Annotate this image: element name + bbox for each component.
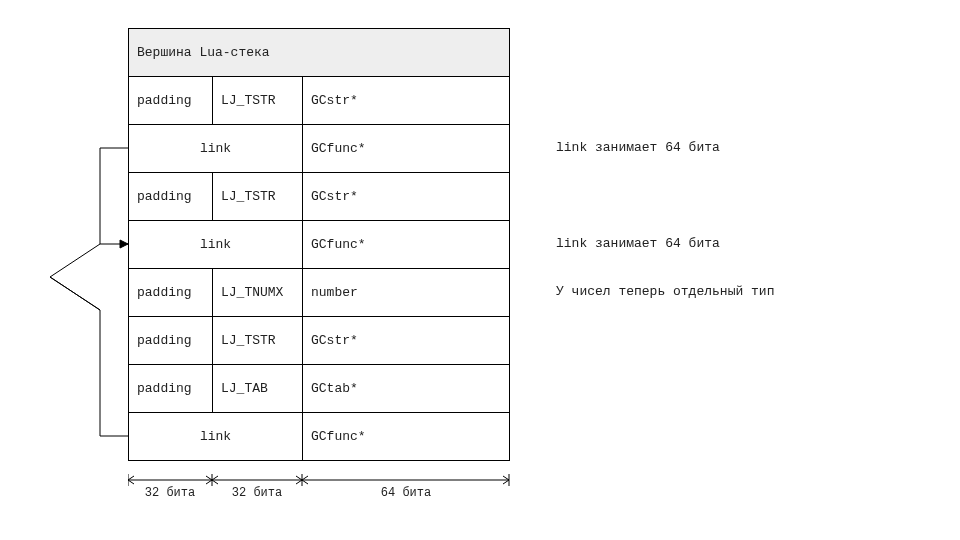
stack-table: Вершина Lua-стека padding LJ_TSTR GCstr*…: [128, 28, 510, 461]
cell-col2: LJ_TAB: [213, 365, 303, 412]
cell-col1: padding: [129, 317, 213, 364]
cell-link: link: [129, 413, 303, 460]
cell-col2: LJ_TNUMX: [213, 269, 303, 316]
table-row: padding LJ_TSTR GCstr*: [129, 77, 509, 125]
table-header: Вершина Lua-стека: [129, 29, 509, 76]
ruler-label-col2: 32 бита: [232, 486, 282, 500]
table-row: link GCfunc*: [129, 413, 509, 461]
table-row: link GCfunc*: [129, 125, 509, 173]
cell-col1: padding: [129, 173, 213, 220]
cell-col3: GCstr*: [303, 77, 509, 124]
cell-col3: number: [303, 269, 509, 316]
table-row: link GCfunc*: [129, 221, 509, 269]
cell-col1: padding: [129, 77, 213, 124]
cell-col3: GCfunc*: [303, 221, 509, 268]
cell-link: link: [129, 221, 303, 268]
column-width-ruler: 32 бита 32 бита 64 бита: [128, 472, 510, 508]
diagram-stage: Вершина Lua-стека padding LJ_TSTR GCstr*…: [0, 0, 960, 540]
cell-col3: GCtab*: [303, 365, 509, 412]
cell-col3: GCstr*: [303, 173, 509, 220]
cell-col2: LJ_TSTR: [213, 173, 303, 220]
table-header-row: Вершина Lua-стека: [129, 29, 509, 77]
cell-col3: GCfunc*: [303, 413, 509, 460]
row-annotation: link занимает 64 бита: [556, 236, 720, 251]
svg-marker-0: [120, 240, 128, 248]
ruler-label-col3: 64 бита: [381, 486, 431, 500]
cell-col3: GCfunc*: [303, 125, 509, 172]
cell-col2: LJ_TSTR: [213, 317, 303, 364]
cell-col2: LJ_TSTR: [213, 77, 303, 124]
table-row: padding LJ_TNUMX number: [129, 269, 509, 317]
row-annotation: link занимает 64 бита: [556, 140, 720, 155]
table-row: padding LJ_TSTR GCstr*: [129, 173, 509, 221]
table-row: padding LJ_TAB GCtab*: [129, 365, 509, 413]
table-row: padding LJ_TSTR GCstr*: [129, 317, 509, 365]
row-annotation: У чисел теперь отдельный тип: [556, 284, 774, 299]
cell-link: link: [129, 125, 303, 172]
cell-col1: padding: [129, 365, 213, 412]
cell-col3: GCstr*: [303, 317, 509, 364]
cell-col1: padding: [129, 269, 213, 316]
ruler-label-col1: 32 бита: [145, 486, 195, 500]
